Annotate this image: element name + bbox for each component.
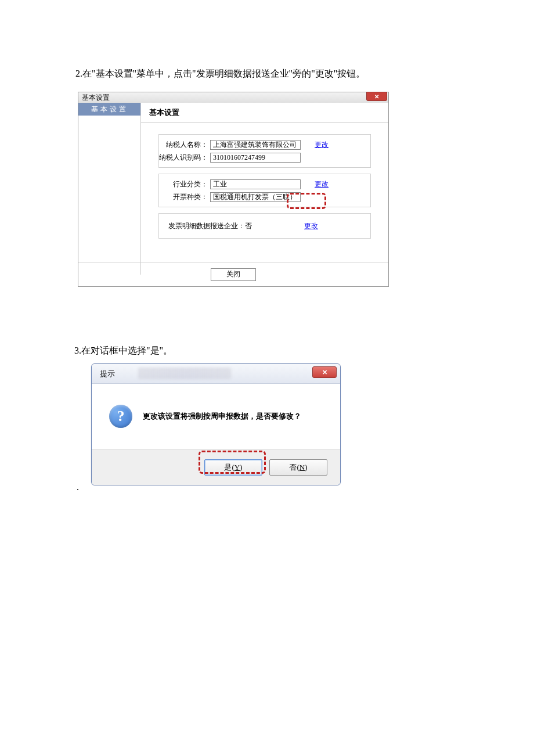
dialog-footer: 关闭: [78, 262, 388, 286]
yes-prefix: 是(: [224, 462, 234, 473]
report-section: 发票明细数据报送企业：否 更改: [158, 213, 371, 239]
bullet-dot: .: [77, 482, 79, 492]
confirm-body: ? 更改该设置将强制按周申报数据，是否要修改？: [92, 384, 340, 449]
blurred-region: [138, 368, 231, 379]
taxpayer-name-row: 纳税人名称： 上海富强建筑装饰有限公司 更改: [159, 138, 370, 151]
yes-button[interactable]: 是(Y): [204, 459, 262, 476]
confirm-titlebar: 提示 ✕: [92, 364, 340, 384]
no-button[interactable]: 否(N): [269, 459, 327, 476]
basic-settings-dialog: 基本设置 ✕ 基本设置 基本设置 纳税人名称： 上海富强建筑装饰有限公司 更改 …: [78, 92, 389, 287]
no-key: N: [300, 463, 305, 472]
no-prefix: 否(: [289, 462, 299, 473]
invoice-type-label: 开票种类：: [159, 192, 210, 202]
taxpayer-section: 纳税人名称： 上海富强建筑装饰有限公司 更改 纳税人识别码： 310101607…: [158, 134, 371, 168]
change-industry-link[interactable]: 更改: [315, 179, 329, 189]
dialog-titlebar: 基本设置 ✕: [78, 92, 388, 103]
invoice-type-field[interactable]: 国税通用机打发票（三联）: [210, 192, 301, 202]
taxpayer-id-field[interactable]: 310101607247499: [210, 153, 301, 163]
confirm-dialog: 提示 ✕ ? 更改该设置将强制按周申报数据，是否要修改？ 是(Y) 否(N): [91, 363, 341, 485]
dialog-title: 基本设置: [82, 93, 110, 103]
instruction-step2: 2.在"基本设置"菜单中，点击"发票明细数据报送企业"旁的"更改"按钮。: [75, 67, 365, 81]
confirm-footer: 是(Y) 否(N): [92, 449, 340, 485]
industry-label: 行业分类：: [159, 179, 210, 189]
industry-field[interactable]: 工业: [210, 179, 301, 189]
dialog-body: 基本设置 基本设置 纳税人名称： 上海富强建筑装饰有限公司 更改 纳税人识别码：…: [78, 103, 388, 275]
report-enterprise-label: 发票明细数据报送企业：否: [159, 221, 252, 231]
dialog-sidebar: 基本设置: [78, 103, 141, 275]
sidebar-item-basic-settings[interactable]: 基本设置: [78, 103, 140, 116]
change-taxpayer-link[interactable]: 更改: [315, 140, 329, 150]
question-icon: ?: [109, 405, 132, 428]
close-icon[interactable]: ✕: [366, 92, 387, 101]
taxpayer-name-field[interactable]: 上海富强建筑装饰有限公司: [210, 140, 301, 150]
industry-section: 行业分类： 工业 更改 开票种类： 国税通用机打发票（三联）: [158, 174, 371, 207]
taxpayer-id-label: 纳税人识别码：: [159, 153, 210, 163]
close-button[interactable]: 关闭: [211, 268, 256, 281]
industry-row: 行业分类： 工业 更改: [159, 178, 370, 190]
main-header: 基本设置: [141, 103, 388, 123]
confirm-message: 更改该设置将强制按周申报数据，是否要修改？: [143, 411, 301, 422]
invoice-type-row: 开票种类： 国税通用机打发票（三联）: [159, 190, 370, 203]
change-report-link[interactable]: 更改: [304, 221, 318, 231]
confirm-title: 提示: [100, 369, 115, 379]
yes-key: Y: [234, 463, 240, 472]
taxpayer-name-label: 纳税人名称：: [159, 140, 210, 150]
close-icon[interactable]: ✕: [312, 366, 337, 378]
report-enterprise-row: 发票明细数据报送企业：否 更改: [159, 219, 370, 232]
no-suffix: ): [305, 463, 307, 472]
instruction-step3: 3.在对话框中选择"是"。: [74, 344, 172, 358]
dialog-main: 基本设置 纳税人名称： 上海富强建筑装饰有限公司 更改 纳税人识别码： 3101…: [141, 103, 388, 275]
taxpayer-id-row: 纳税人识别码： 310101607247499: [159, 151, 370, 164]
yes-suffix: ): [240, 463, 242, 472]
